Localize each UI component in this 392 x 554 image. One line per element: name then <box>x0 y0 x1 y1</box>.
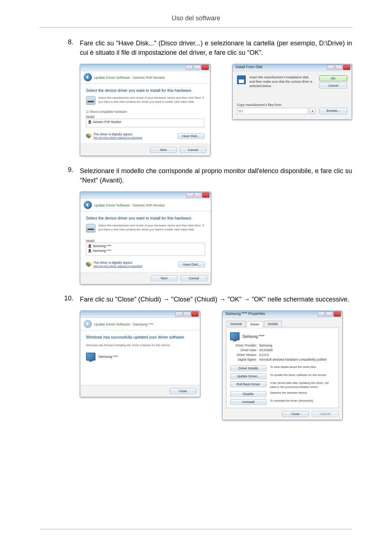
driver-details-button[interactable]: Driver Details <box>230 365 266 371</box>
have-disk-button[interactable]: Have Disk... <box>178 262 205 267</box>
driver-details-desc: To view details about the driver files. <box>270 365 335 369</box>
step-number-8: 8. <box>0 38 80 46</box>
rollback-driver-button[interactable]: Roll Back Driver <box>230 381 266 387</box>
maximize-icon[interactable] <box>183 312 191 317</box>
wizard-subtext: Select the manufacturer and model of you… <box>98 96 204 105</box>
have-disk-button[interactable]: Have Disk... <box>177 133 204 139</box>
wizard-heading: Windows has successfully updated your dr… <box>86 335 194 339</box>
next-button[interactable]: Next <box>151 275 177 281</box>
device-name: Samsung **** <box>242 335 265 338</box>
monitor-icon <box>230 332 240 340</box>
step-text-10: Fare clic su "Close" (Chiudi) → "Close" … <box>80 295 352 304</box>
dialog-update-driver-2: Update Driver Software - Generic PnP Mon… <box>80 192 211 284</box>
compat-hardware-label: Show compatible hardware <box>90 110 127 114</box>
shield-icon <box>86 134 91 139</box>
maximize-icon[interactable] <box>193 65 201 70</box>
uninstall-button[interactable]: Uninstall <box>230 399 266 405</box>
dialog-title: Samsung **** Properties <box>225 312 265 316</box>
cancel-button[interactable]: Cancel <box>319 83 347 89</box>
path-field[interactable]: D:\ <box>237 108 308 114</box>
signed-text: This driver is digitally signed. <box>93 132 175 136</box>
back-arrow-icon[interactable] <box>84 73 92 81</box>
close-icon[interactable] <box>191 312 199 317</box>
close-button[interactable]: Close <box>170 388 196 394</box>
model-list[interactable]: 💂 Generic PnP Monitor <box>86 119 204 127</box>
footer-rule <box>40 529 352 529</box>
label-driver-date: Driver Date: <box>230 348 257 353</box>
tab-details[interactable]: Details <box>264 321 282 327</box>
label-driver-version: Driver Version: <box>230 353 257 357</box>
wizard-breadcrumb: Update Driver Software - Generic PnP Mon… <box>94 75 165 79</box>
drive-icon <box>86 224 95 233</box>
monitor-icon <box>86 353 95 361</box>
disable-desc: Disables the selected device. <box>270 391 335 395</box>
uninstall-desc: To uninstall the driver (Advanced). <box>270 399 335 403</box>
ok-button[interactable]: OK <box>319 75 347 81</box>
signing-link[interactable]: Tell me why driver signing is important <box>93 136 175 139</box>
minimize-icon[interactable] <box>185 65 193 70</box>
back-arrow-icon[interactable] <box>84 201 92 209</box>
maximize-icon[interactable] <box>335 65 342 70</box>
close-icon[interactable] <box>334 312 341 317</box>
model-column-header: Model <box>86 239 205 243</box>
close-icon[interactable] <box>202 193 209 198</box>
value-driver-date: 4/14/2005 <box>259 348 335 353</box>
model-column-header: Model <box>86 115 204 119</box>
minimize-icon[interactable] <box>186 193 193 198</box>
value-driver-provider: Samsung <box>259 343 335 348</box>
page-title: Uso del software <box>172 15 220 22</box>
minimize-icon[interactable] <box>175 312 183 317</box>
cancel-button[interactable]: Cancel <box>180 147 207 153</box>
dropdown-arrow-icon[interactable]: ▼ <box>310 108 315 114</box>
update-driver-button[interactable]: Update Driver... <box>230 373 266 379</box>
tab-general[interactable]: General <box>226 321 246 327</box>
step-number-10: 10. <box>0 295 80 302</box>
rollback-driver-desc: If the device fails after updating the d… <box>270 381 335 389</box>
floppy-disk-icon <box>237 75 246 84</box>
step-text-8: Fare clic su "Have Disk..." (Disco drive… <box>80 38 352 57</box>
cancel-button[interactable]: Cancel <box>180 275 207 281</box>
dialog-device-properties: Samsung **** Properties General Driver D… <box>222 311 343 420</box>
maximize-icon[interactable] <box>194 193 201 198</box>
model-list-item[interactable]: Samsung **** <box>93 249 111 253</box>
wizard-subtext: Select the manufacturer and model of you… <box>98 224 205 233</box>
wizard-breadcrumb: Update Driver Software - Generic PnP Mon… <box>94 203 165 207</box>
value-driver-version: 2.0.0.0 <box>259 353 335 357</box>
header-rule <box>40 27 352 28</box>
compat-hardware-checkbox[interactable]: ☑ <box>86 110 90 114</box>
browse-button[interactable]: Browse... <box>319 108 347 114</box>
device-name: Samsung **** <box>98 355 118 358</box>
value-digital-signer: microsoft windows hardware compatibility… <box>259 357 335 362</box>
model-list-item[interactable]: Samsung **** <box>93 244 111 248</box>
signed-text: This driver is digitally signed. <box>93 261 176 264</box>
minimize-icon[interactable] <box>318 312 325 317</box>
cancel-button: Cancel <box>312 411 339 417</box>
update-driver-desc: To update the driver software for this d… <box>270 373 335 377</box>
disable-button[interactable]: Disable <box>230 391 266 397</box>
close-button[interactable]: Close <box>282 411 309 417</box>
step-text-9: Selezionare il modello che corrisponde a… <box>80 166 352 185</box>
model-list[interactable]: 💂 Samsung **** 💂 Samsung **** <box>86 243 205 256</box>
dialog-update-done: Update Driver Software - Samsung **** Wi… <box>80 311 200 397</box>
dialog-install-from-disk: Install From Disk Insert the manufacture… <box>232 64 352 120</box>
copy-from-label: Copy manufacturer's files from: <box>237 103 347 107</box>
close-icon[interactable] <box>201 65 209 70</box>
shield-icon <box>86 262 91 267</box>
wizard-heading: Select the device driver you want to ins… <box>86 88 204 93</box>
next-button[interactable]: Next <box>150 147 177 153</box>
close-icon[interactable] <box>343 65 350 70</box>
drive-icon <box>86 96 95 105</box>
label-digital-signer: Digital Signer: <box>230 357 257 362</box>
wizard-subtext: Windows has finished installing the driv… <box>86 344 194 347</box>
minimize-icon[interactable] <box>327 65 334 70</box>
dialog-update-driver-1: Update Driver Software - Generic PnP Mon… <box>80 64 211 156</box>
wizard-heading: Select the device driver you want to ins… <box>86 216 205 220</box>
step-number-9: 9. <box>0 166 80 174</box>
maximize-icon[interactable] <box>326 312 333 317</box>
wizard-breadcrumb: Update Driver Software - Samsung **** <box>94 322 154 326</box>
model-list-item[interactable]: Generic PnP Monitor <box>93 120 121 124</box>
signing-link[interactable]: Tell me why driver signing is important <box>93 264 176 268</box>
tab-driver[interactable]: Driver <box>246 321 263 327</box>
label-driver-provider: Driver Provider: <box>230 343 257 348</box>
install-instruction: Insert the manufacturer's installation d… <box>249 75 315 88</box>
